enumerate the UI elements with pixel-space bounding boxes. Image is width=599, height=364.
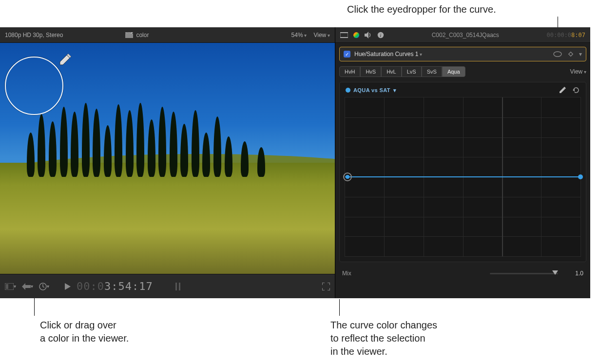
viewer-footer: 00:03:54:17: [0, 274, 335, 298]
curve-start-node[interactable]: [343, 172, 352, 181]
duration-hl: 8:07: [571, 32, 585, 38]
svg-marker-17: [365, 32, 368, 38]
tab-lvs[interactable]: LvS: [402, 66, 422, 77]
effect-name[interactable]: Hue/Saturation Curves 1: [354, 51, 549, 57]
curve-header: AQUA vs SAT ▾: [342, 85, 584, 97]
reset-button[interactable]: [572, 86, 580, 94]
slider-thumb-icon: [552, 270, 558, 275]
leader-line-br: [339, 299, 340, 316]
inspector-duration: 00:00:08:07: [547, 32, 585, 38]
timecode-main: 3:54:17: [104, 280, 153, 292]
viewer-canvas[interactable]: [0, 43, 335, 274]
format-label: 1080p HD 30p, Stereo: [5, 32, 63, 38]
tab-hvl[interactable]: HvL: [381, 66, 402, 77]
audio-meters-icon[interactable]: [174, 282, 182, 291]
svg-rect-12: [179, 283, 180, 290]
eyedropper-cursor-icon: [58, 53, 72, 67]
svg-marker-8: [22, 283, 31, 290]
curve-block: AQUA vs SAT ▾: [339, 82, 586, 262]
svg-marker-10: [65, 283, 71, 290]
clip-title-area: color: [67, 32, 287, 38]
svg-rect-14: [340, 32, 348, 33]
play-button[interactable]: [65, 283, 71, 290]
info-inspector-tab[interactable]: i: [377, 32, 384, 38]
svg-rect-7: [6, 284, 8, 289]
mix-value[interactable]: 1.0: [564, 270, 583, 277]
zoom-menu[interactable]: 54%: [291, 32, 307, 38]
mix-slider[interactable]: [490, 273, 558, 274]
svg-rect-0: [125, 34, 133, 38]
callout-text: Click the eyedropper for the curve.: [347, 4, 496, 15]
callout-text: The curve color changes: [330, 319, 437, 332]
fullscreen-button[interactable]: [322, 283, 330, 290]
view-menu[interactable]: View: [313, 32, 330, 38]
clip-name: color: [136, 32, 149, 38]
viewer-header: 1080p HD 30p, Stereo color 54% View: [0, 27, 335, 43]
video-inspector-tab[interactable]: [340, 32, 348, 38]
svg-point-20: [554, 52, 561, 57]
callout-eyedropper: Click the eyedropper for the curve.: [347, 3, 496, 16]
mix-row: Mix 1.0: [342, 270, 583, 277]
video-trees: [27, 103, 301, 177]
inspector-header: i C002_C003_0514JQaacs 00:00:08:07: [335, 27, 590, 43]
clapper-icon: [125, 32, 133, 38]
svg-rect-21: [569, 52, 573, 56]
curve-end-node[interactable]: [578, 174, 583, 179]
keyframe-icon[interactable]: [567, 51, 574, 57]
svg-text:i: i: [380, 33, 382, 38]
tab-hvh[interactable]: HvH: [339, 66, 360, 77]
shape-mask-icon[interactable]: [553, 51, 562, 57]
curve-title: AQUA vs SAT: [353, 87, 390, 93]
svg-point-16: [353, 32, 359, 38]
curve-eyedropper-button[interactable]: [559, 86, 566, 94]
inspector-clip-name: C002_C003_0514JQaacs: [389, 32, 542, 38]
timecode[interactable]: 00:03:54:17: [77, 280, 153, 292]
viewer-panel: 1080p HD 30p, Stereo color 54% View: [0, 27, 335, 298]
color-inspector-tab[interactable]: [353, 32, 360, 38]
curve-view-menu[interactable]: View: [570, 68, 586, 75]
chevron-down-icon[interactable]: ▾: [579, 51, 582, 57]
effect-enabled-checkbox[interactable]: ✓: [344, 51, 350, 57]
callout-text: to reflect the selection: [330, 332, 437, 345]
curve-line[interactable]: [345, 176, 580, 177]
audio-inspector-tab[interactable]: [365, 32, 372, 38]
callout-text: in the viewer.: [330, 345, 437, 358]
app-window: 1080p HD 30p, Stereo color 54% View: [0, 27, 590, 298]
callout-curve-color: The curve color changes to reflect the s…: [330, 319, 437, 358]
chevron-down-icon[interactable]: ▾: [393, 87, 396, 94]
svg-rect-15: [340, 37, 348, 38]
timecode-dim: 00:0: [77, 280, 104, 292]
duration-base: 00:00:0: [547, 32, 572, 38]
tab-svs[interactable]: SvS: [422, 66, 442, 77]
curve-color-dot: [346, 88, 350, 93]
transform-menu[interactable]: [22, 283, 33, 290]
tab-hvs[interactable]: HvS: [360, 66, 381, 77]
tab-aqua[interactable]: Aqua: [442, 66, 465, 77]
callout-text: Click or drag over: [40, 319, 129, 332]
video-grass: [0, 163, 335, 274]
callout-viewer-color: Click or drag over a color in the viewer…: [40, 319, 129, 345]
inspector-panel: i C002_C003_0514JQaacs 00:00:08:07 ✓ Hue…: [335, 27, 590, 298]
effect-header[interactable]: ✓ Hue/Saturation Curves 1 ▾: [339, 47, 586, 61]
layout-menu[interactable]: [5, 283, 16, 290]
svg-rect-11: [175, 283, 177, 290]
mix-label: Mix: [342, 270, 351, 277]
curve-tabs: HvH HvS HvL LvS SvS Aqua View: [339, 66, 586, 77]
color-loupe[interactable]: [5, 57, 63, 115]
retime-menu[interactable]: [39, 283, 49, 290]
callout-text: a color in the viewer.: [40, 332, 129, 345]
curve-graph[interactable]: [345, 97, 581, 257]
